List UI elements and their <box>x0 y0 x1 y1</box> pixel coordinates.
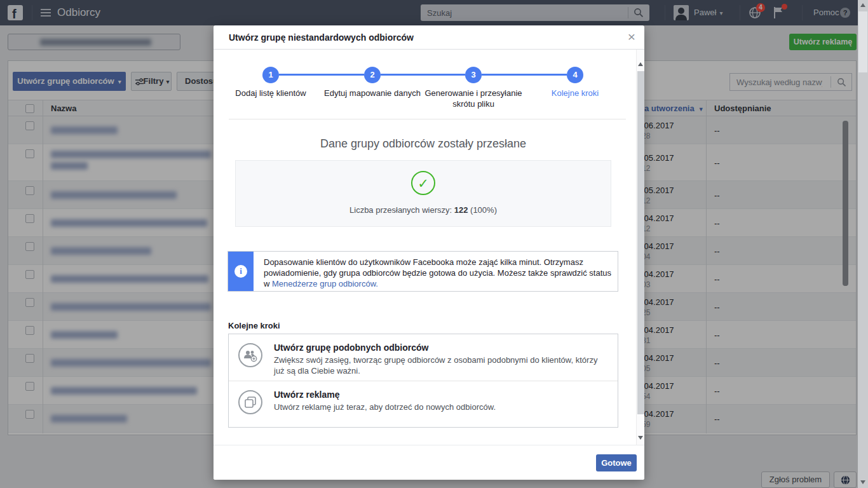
screen: f Odbiorcy Paweł▾ 4 Pomoc ? Utwórz rekla… <box>0 0 868 488</box>
lookalike-audience-icon <box>238 343 262 367</box>
scroll-down-arrow[interactable] <box>638 436 643 440</box>
modal-title: Utwórz grupę niestandardowych odbiorców <box>229 25 414 50</box>
scroll-down-arrow[interactable] <box>860 480 865 484</box>
option-description: Utwórz reklamę już teraz, aby dotrzeć do… <box>274 402 604 412</box>
audience-manager-link[interactable]: Menedżerze grup odbiorców. <box>272 279 378 288</box>
upload-result-text: Liczba przesłanych wierszy: 122 (100%) <box>236 205 611 215</box>
uploaded-rows-count: 122 <box>454 205 468 215</box>
option-title[interactable]: Utwórz reklamę <box>274 390 339 400</box>
step-connector <box>279 74 364 76</box>
info-text: Dopasowanie klientów do użytkowników Fac… <box>264 257 612 289</box>
upload-success-heading: Dane grupy odbiorców zostały przesłane <box>214 137 633 151</box>
done-button[interactable]: Gotowe <box>596 454 637 471</box>
divider <box>229 119 626 119</box>
option-description: Zwiększ swój zasięg, tworząc grupę odbio… <box>274 355 604 376</box>
modal-footer: Gotowe <box>214 445 644 480</box>
modal-scrollbar[interactable] <box>636 50 644 445</box>
create-custom-audience-modal: Utwórz grupę niestandardowych odbiorców … <box>214 25 644 480</box>
step-connector <box>381 74 465 76</box>
step-connector <box>482 74 567 76</box>
next-steps-heading: Kolejne kroki <box>228 321 280 330</box>
step-circle: 3 <box>465 67 482 83</box>
success-check-icon: ✓ <box>411 171 435 195</box>
step-circle: 2 <box>364 67 381 83</box>
next-step-option[interactable]: Utwórz reklamęUtwórz reklamę już teraz, … <box>229 381 618 428</box>
info-notice: i Dopasowanie klientów do użytkowników F… <box>227 251 618 292</box>
page-scrollbar[interactable] <box>858 0 868 488</box>
info-icon-panel: i <box>228 252 254 291</box>
next-steps-options: Utwórz grupę podobnych odbiorcówZwiększ … <box>228 334 618 428</box>
step-circle: 1 <box>262 67 279 83</box>
option-title[interactable]: Utwórz grupę podobnych odbiorców <box>274 342 428 353</box>
step-circle: 4 <box>567 67 583 83</box>
scroll-up-arrow[interactable] <box>860 3 865 7</box>
create-ad-icon <box>238 390 262 414</box>
step-label: Kolejne kroki <box>515 88 635 98</box>
upload-result-box: ✓ Liczba przesłanych wierszy: 122 (100%) <box>235 160 611 227</box>
modal-scrollbar-thumb[interactable] <box>637 71 644 414</box>
modal-header: Utwórz grupę niestandardowych odbiorców … <box>214 25 644 50</box>
close-icon[interactable]: × <box>628 29 635 44</box>
info-icon: i <box>234 265 247 278</box>
page-scrollbar-thumb[interactable] <box>858 11 867 72</box>
next-step-option[interactable]: Utwórz grupę podobnych odbiorcówZwiększ … <box>229 334 618 381</box>
scroll-up-arrow[interactable] <box>638 62 643 66</box>
